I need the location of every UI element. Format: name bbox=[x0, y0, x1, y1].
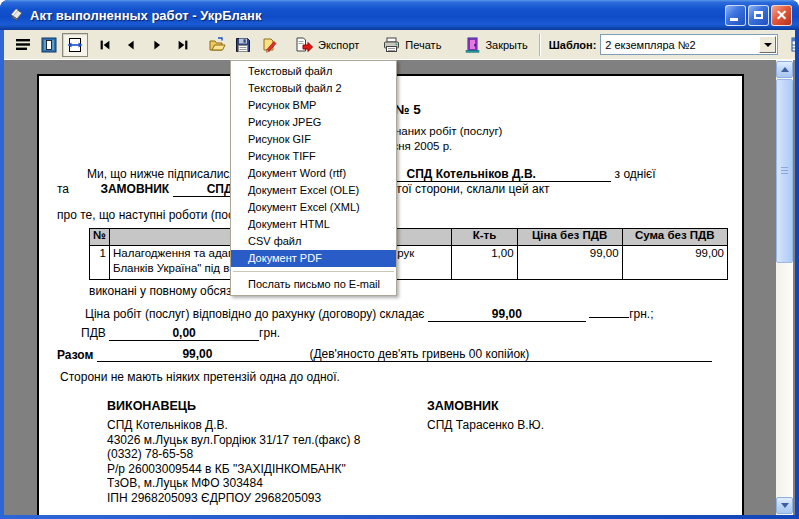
price-line-suffix: грн.; bbox=[629, 307, 653, 321]
vat-suffix: грн. bbox=[259, 326, 280, 340]
export-button[interactable]: Экспорт bbox=[290, 33, 364, 57]
scroll-down-icon bbox=[781, 503, 789, 512]
app-icon bbox=[7, 6, 25, 24]
col-header-qty: К-ть bbox=[452, 229, 517, 246]
works-table-header-row: № К-ть Ціна без ПДВ Сума без ПДВ bbox=[90, 229, 728, 246]
page-settings-button[interactable] bbox=[256, 33, 282, 57]
window-title: Акт выполненных работ - УкрБланк bbox=[30, 8, 725, 23]
menu-item-bmp[interactable]: Рисунок BMP bbox=[231, 97, 396, 114]
toolbar-separator bbox=[539, 34, 541, 56]
customer-title: ЗАМОВНИК bbox=[427, 399, 544, 413]
print-button[interactable]: Печать bbox=[378, 33, 446, 57]
page-width-icon bbox=[67, 37, 83, 53]
exit-icon bbox=[465, 37, 480, 53]
scrollbar-thumb[interactable] bbox=[776, 79, 793, 263]
app-window: Акт выполненных работ - УкрБланк ✕ bbox=[0, 0, 799, 519]
cell-sum: 99,00 bbox=[622, 246, 727, 280]
scroll-down-button[interactable] bbox=[776, 497, 793, 514]
page-width-view-button[interactable] bbox=[62, 33, 88, 57]
titlebar: Акт выполненных работ - УкрБланк ✕ bbox=[0, 0, 799, 30]
total-in-words: (Дев'яносто дев'ять гривень 00 копійок) bbox=[297, 347, 712, 362]
open-file-icon bbox=[209, 37, 226, 53]
close-window-button[interactable]: ✕ bbox=[771, 5, 792, 26]
minimize-icon bbox=[730, 18, 738, 21]
template-combobox[interactable]: 2 екземпляра №2 bbox=[600, 34, 778, 55]
toolbar: Экспорт Печать bbox=[4, 30, 795, 60]
menu-item-pdf[interactable]: Документ PDF bbox=[231, 250, 396, 267]
text-view-icon bbox=[15, 37, 31, 53]
price-value-field: 99,00 bbox=[428, 308, 586, 322]
executor-title: ВИКОНАВЕЦЬ bbox=[107, 399, 427, 413]
vat-label: ПДВ bbox=[81, 326, 106, 340]
executor-line: ІПН 2968205093 ЄДРПОУ 2968205093 bbox=[107, 491, 427, 506]
menu-item-text-file[interactable]: Текстовый файл bbox=[231, 63, 396, 80]
menu-separator bbox=[233, 271, 394, 272]
whole-page-view-button[interactable] bbox=[36, 33, 62, 57]
executor-line: (0332) 78-65-58 bbox=[107, 447, 427, 462]
cell-price: 99,00 bbox=[517, 246, 622, 280]
text-view-button[interactable] bbox=[10, 33, 36, 57]
open-button[interactable] bbox=[204, 33, 230, 57]
intro-line1-text: Ми, що нижче підписалися, bbox=[87, 167, 239, 181]
customer-block: ЗАМОВНИК СПД Тарасенко В.Ю. bbox=[427, 399, 544, 505]
close-preview-label: Закрыть bbox=[485, 39, 527, 51]
scrollbar-grip-icon bbox=[781, 167, 788, 175]
print-button-label: Печать bbox=[405, 39, 441, 51]
preview-area: АКТ № 5 здачі-прийняття виконаних робіт … bbox=[4, 60, 795, 515]
export-menu: Текстовый файл Текстовый файл 2 Рисунок … bbox=[230, 60, 397, 296]
customer-line: СПД Тарасенко В.Ю. bbox=[427, 418, 544, 433]
intro-line1-tail: з однієї bbox=[615, 167, 656, 181]
intro-line2-text: та bbox=[57, 182, 69, 196]
next-page-button[interactable] bbox=[144, 33, 170, 57]
parties-section: ВИКОНАВЕЦЬ СПД Котельніков Д.В. 43026 м.… bbox=[107, 399, 728, 505]
save-icon bbox=[235, 37, 251, 53]
vat-line: ПДВ 0,00грн. bbox=[81, 326, 728, 341]
executor-block: ВИКОНАВЕЦЬ СПД Котельніков Д.В. 43026 м.… bbox=[107, 399, 427, 505]
maximize-button[interactable] bbox=[748, 5, 769, 26]
col-header-price: Ціна без ПДВ bbox=[517, 229, 622, 246]
designer-button[interactable]: Дизайнер bbox=[786, 33, 795, 57]
print-icon bbox=[383, 37, 400, 53]
scroll-up-button[interactable] bbox=[776, 61, 793, 78]
vertical-scrollbar[interactable] bbox=[776, 60, 793, 515]
template-label: Шаблон: bbox=[549, 39, 597, 51]
next-page-icon bbox=[150, 38, 164, 52]
close-preview-button[interactable]: Закрыть bbox=[460, 33, 532, 57]
menu-item-word-rtf[interactable]: Документ Word (rtf) bbox=[231, 165, 396, 182]
window-frame: Экспорт Печать bbox=[0, 30, 799, 519]
menu-item-excel-xml[interactable]: Документ Excel (XML) bbox=[231, 199, 396, 216]
template-combobox-value: 2 екземпляра №2 bbox=[605, 39, 695, 51]
export-button-label: Экспорт bbox=[318, 39, 359, 51]
save-button[interactable] bbox=[230, 33, 256, 57]
last-page-button[interactable] bbox=[170, 33, 196, 57]
last-page-icon bbox=[176, 38, 190, 52]
price-line: Ціна робіт (послуг) відповідно до рахунк… bbox=[85, 307, 728, 322]
cell-qty: 1,00 bbox=[452, 246, 517, 280]
menu-item-tiff[interactable]: Рисунок TIFF bbox=[231, 148, 396, 165]
cell-num: 1 bbox=[90, 246, 110, 280]
menu-item-excel-ole[interactable]: Документ Excel (OLE) bbox=[231, 182, 396, 199]
col-header-num: № bbox=[90, 229, 110, 246]
col-header-sum: Сума без ПДВ bbox=[622, 229, 727, 246]
minimize-button[interactable] bbox=[725, 5, 746, 26]
menu-item-html[interactable]: Документ HTML bbox=[231, 216, 396, 233]
first-page-icon bbox=[98, 38, 112, 52]
menu-item-jpeg[interactable]: Рисунок JPEG bbox=[231, 114, 396, 131]
combobox-dropdown-icon[interactable] bbox=[759, 36, 776, 53]
menu-item-text-file-2[interactable]: Текстовый файл 2 bbox=[231, 80, 396, 97]
executor-line: 43026 м.Луцьк вул.Гордіюк 31/17 тел.(фак… bbox=[107, 433, 427, 448]
works-table-row: 1 Налагодження та адаптація програмного … bbox=[90, 246, 728, 280]
menu-item-gif[interactable]: Рисунок GIF bbox=[231, 131, 396, 148]
first-page-button[interactable] bbox=[92, 33, 118, 57]
vat-value-field: 0,00 bbox=[109, 327, 259, 341]
executor-line: ТзОВ, м.Луцьк МФО 303484 bbox=[107, 476, 427, 491]
executor-line: Р/р 26003009544 в КБ "ЗАХІДІНКОМБАНК" bbox=[107, 462, 427, 477]
maximize-icon bbox=[754, 11, 763, 19]
claims-line: Сторони не мають ніяких претензій одна д… bbox=[57, 370, 728, 385]
export-icon bbox=[295, 37, 313, 53]
menu-item-email[interactable]: Послать письмо по E-mail bbox=[231, 276, 396, 293]
prev-page-button[interactable] bbox=[118, 33, 144, 57]
customer-role-label: ЗАМОВНИК bbox=[100, 182, 169, 196]
menu-item-csv[interactable]: CSV файл bbox=[231, 233, 396, 250]
page-settings-icon bbox=[261, 37, 277, 53]
